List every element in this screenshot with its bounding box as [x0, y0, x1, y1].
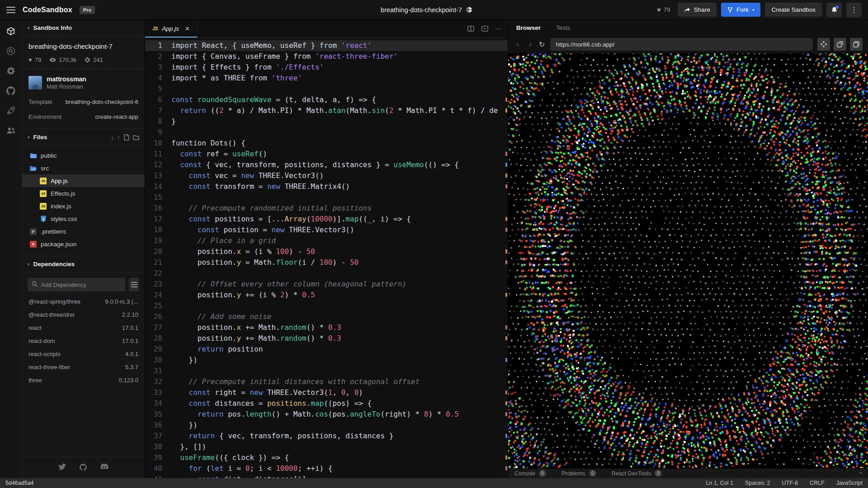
upload-icon[interactable]: ↑ — [118, 134, 121, 141]
new-folder-icon[interactable] — [133, 135, 139, 140]
code-line-31[interactable]: 31 — [145, 366, 508, 376]
file-item--prettierrc[interactable]: P.prettierrc — [22, 225, 145, 238]
fork-button[interactable]: Fork ▾ — [721, 3, 761, 17]
code-line-36[interactable]: 36 }) — [145, 420, 508, 431]
author-row[interactable]: mattrossman Matt Rossman — [22, 69, 145, 92]
file-item-index-js[interactable]: JSindex.js — [22, 200, 145, 212]
more-menu-button[interactable]: ⋮ — [846, 3, 862, 17]
dependency-menu-button[interactable] — [129, 278, 139, 291]
status-item[interactable]: Spaces: 2 — [745, 480, 770, 486]
status-item[interactable]: CRLF — [810, 480, 825, 486]
file-item-effects-js[interactable]: JSEffects.js — [22, 187, 145, 200]
code-line-6[interactable]: 6const roundedSquareWave = (t, delta, a,… — [145, 94, 508, 105]
menu-hamburger-icon[interactable] — [6, 7, 15, 13]
code-line-35[interactable]: 35 return pos.length() + Math.cos(pos.an… — [145, 409, 508, 420]
file-item-styles-css[interactable]: 3styles.css — [22, 212, 145, 225]
close-tab-icon[interactable]: ✕ — [185, 25, 190, 32]
notifications-button[interactable] — [826, 3, 842, 17]
twitter-icon[interactable] — [58, 464, 66, 471]
code-line-30[interactable]: 30 }) — [145, 355, 508, 366]
template-row[interactable]: Template breathing-dots-checkpoint-6 — [22, 94, 145, 109]
status-item[interactable]: Ln 1, Col 1 — [706, 480, 733, 486]
code-line-12[interactable]: 12 const { vec, transform, positions, di… — [145, 160, 508, 170]
forward-icon[interactable]: › — [526, 40, 534, 49]
create-sandbox-button[interactable]: Create Sandbox — [765, 3, 822, 17]
code-line-5[interactable]: 5 — [145, 84, 508, 94]
code-line-39[interactable]: 39 useFrame(({ clock }) => { — [145, 452, 508, 463]
code-line-29[interactable]: 29 return position — [145, 344, 508, 355]
code-line-14[interactable]: 14 const transform = new THREE.Matrix4() — [145, 181, 508, 192]
console-tab-react-devtools[interactable]: React DevTools0 — [612, 470, 662, 477]
code-line-1[interactable]: 1import React, { useMemo, useRef } from … — [145, 40, 508, 51]
code-line-19[interactable]: 19 // Place in a grid — [145, 235, 508, 246]
code-line-37[interactable]: 37 return { vec, transform, positions, d… — [145, 431, 508, 441]
code-line-8[interactable]: 8} — [145, 116, 508, 127]
settings-icon[interactable] — [6, 66, 16, 76]
browser-tab-tests[interactable]: Tests — [556, 24, 571, 31]
code-line-25[interactable]: 25 — [145, 300, 508, 311]
url-input[interactable] — [550, 38, 813, 51]
code-line-28[interactable]: 28 position.y += Math.random() * 0.3 — [145, 333, 508, 344]
dependencies-header[interactable]: ▾ Dependencies — [22, 256, 145, 272]
environment-row[interactable]: Environment create-react-app — [22, 109, 145, 124]
code-line-18[interactable]: 18 const position = new THREE.Vector3() — [145, 225, 508, 235]
code-line-23[interactable]: 23 // Offset every other column (hexagon… — [145, 279, 508, 290]
browser-tab-browser[interactable]: Browser — [516, 24, 541, 31]
split-view-icon[interactable] — [467, 26, 474, 32]
open-new-window-icon[interactable] — [834, 38, 846, 51]
code-line-26[interactable]: 26 // Add some noise — [145, 311, 508, 322]
back-icon[interactable]: ‹ — [514, 40, 522, 49]
code-line-41[interactable]: 41 const dist = distances[i] — [145, 474, 508, 478]
modules-icon[interactable] — [817, 38, 830, 51]
code-line-17[interactable]: 17 const positions = [...Array(10000)].m… — [145, 214, 508, 225]
code-line-15[interactable]: 15 — [145, 192, 508, 203]
status-item[interactable]: UTF-8 — [782, 480, 798, 486]
dependency-row[interactable]: @react-spring/three9.0.0-rc.3 (... — [22, 295, 145, 308]
dependency-row[interactable]: react-dom17.0.1 — [22, 334, 145, 347]
like-count[interactable]: ♥79 — [657, 6, 670, 14]
code-line-4[interactable]: 4import * as THREE from 'three' — [145, 73, 508, 84]
dependency-row[interactable]: @react-three/drei2.2.10 — [22, 308, 145, 321]
box-icon[interactable] — [6, 26, 16, 36]
console-tab-problems[interactable]: Problems0 — [561, 470, 596, 477]
code-line-2[interactable]: 2import { Canvas, useFrame } from 'react… — [145, 51, 508, 62]
code-line-16[interactable]: 16 // Precompute randomized initial posi… — [145, 203, 508, 214]
open-preview-icon[interactable] — [481, 26, 488, 32]
github-icon[interactable] — [80, 464, 87, 471]
file-item-app-js[interactable]: JSApp.js — [22, 174, 145, 187]
responsive-layers-icon[interactable] — [850, 38, 863, 51]
code-line-32[interactable]: 32 // Precompute initial distances with … — [145, 376, 508, 387]
code-line-22[interactable]: 22 — [145, 268, 508, 279]
discord-icon[interactable] — [100, 464, 108, 471]
share-button[interactable]: Share — [678, 3, 717, 17]
code-line-27[interactable]: 27 position.x += Math.random() * 0.3 — [145, 322, 508, 333]
expand-console-icon[interactable]: ^ — [859, 471, 862, 476]
code-line-3[interactable]: 3import { Effects } from './Effects' — [145, 62, 508, 73]
file-item-package-json[interactable]: npackage.json — [22, 238, 145, 250]
sandbox-info-header[interactable]: ▾ Sandbox Info — [22, 20, 145, 36]
dependency-row[interactable]: react-three-fiber5.3.7 — [22, 361, 145, 374]
github-icon[interactable] — [6, 86, 16, 96]
file-item-public[interactable]: public — [22, 149, 145, 162]
preview-canvas[interactable] — [508, 53, 868, 468]
code-line-21[interactable]: 21 position.y = Math.floor(i / 100) - 50 — [145, 257, 508, 268]
refresh-icon[interactable]: ↻ — [539, 40, 545, 49]
code-line-40[interactable]: 40 for (let i = 0; i < 10000; ++i) { — [145, 463, 508, 474]
status-item[interactable]: JavaScript — [836, 480, 863, 486]
dependency-row[interactable]: three0.123.0 — [22, 374, 145, 387]
files-header[interactable]: ▾ Files ↓ ↑ — [22, 129, 145, 145]
code-line-10[interactable]: 10function Dots() { — [145, 138, 508, 149]
code-line-34[interactable]: 34 const distances = positions.map((pos)… — [145, 398, 508, 409]
live-users-icon[interactable] — [6, 126, 16, 136]
code-line-38[interactable]: 38 }, []) — [145, 441, 508, 452]
code-area[interactable]: 1import React, { useMemo, useRef } from … — [145, 38, 508, 478]
dependency-row[interactable]: react-scripts4.0.1 — [22, 347, 145, 361]
new-file-icon[interactable] — [124, 134, 129, 141]
code-line-7[interactable]: 7 return ((2 * a) / Math.PI) * Math.atan… — [145, 105, 508, 116]
file-item-src[interactable]: src — [22, 162, 145, 174]
code-line-33[interactable]: 33 const right = new THREE.Vector3(1, 0,… — [145, 387, 508, 398]
dependency-row[interactable]: react17.0.1 — [22, 321, 145, 334]
download-icon[interactable]: ↓ — [111, 134, 114, 141]
tab-appjs[interactable]: JS App.js ✕ — [145, 20, 198, 38]
code-line-20[interactable]: 20 position.x = (i % 100) - 50 — [145, 246, 508, 257]
